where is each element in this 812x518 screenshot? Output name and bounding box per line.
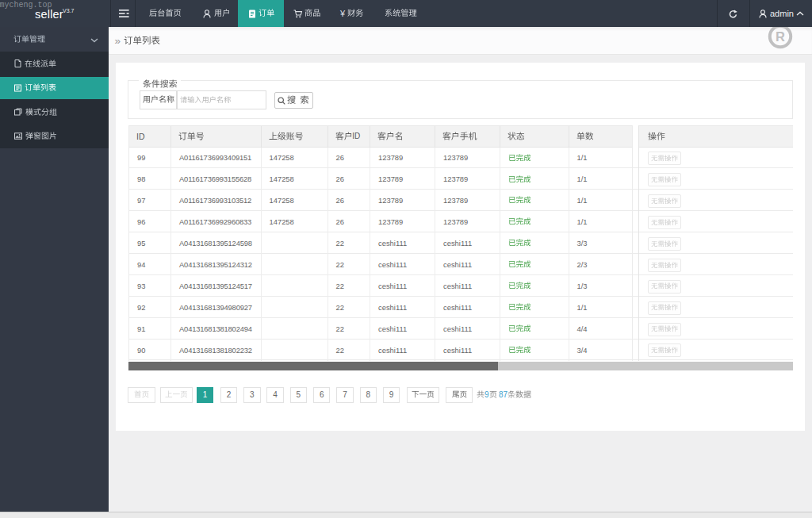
- svg-text:R: R: [776, 29, 785, 44]
